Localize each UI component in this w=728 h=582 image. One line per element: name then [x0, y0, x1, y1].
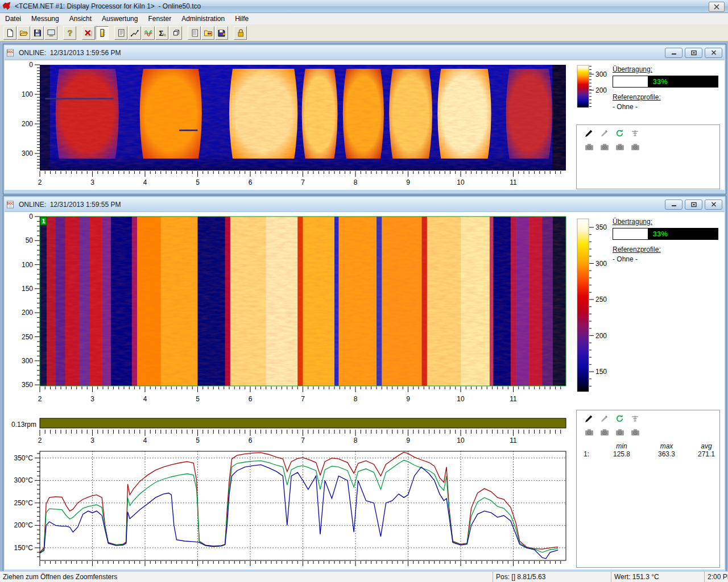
brush-black-icon[interactable] [584, 414, 594, 424]
statistics-button[interactable]: Σ [155, 26, 168, 40]
help-button[interactable]: ? [63, 26, 76, 40]
new-file-button[interactable] [3, 26, 16, 40]
camera-icon-3[interactable] [615, 142, 625, 152]
document-icon: DOC [6, 48, 15, 57]
lock-button[interactable] [234, 26, 247, 40]
svg-text:350: 350 [595, 223, 607, 231]
menu-item-datei[interactable]: Datei [0, 14, 26, 24]
report-button[interactable] [114, 26, 127, 40]
menu-item-fenster[interactable]: Fenster [143, 14, 176, 24]
camera-icon-4[interactable] [630, 142, 640, 152]
camera-icon-1[interactable] [584, 427, 594, 438]
profile-list-button[interactable] [188, 26, 201, 40]
title-bar[interactable]: <TCEM.NET #1: Display Processor for Kiln… [0, 0, 728, 13]
camera-icon-1[interactable] [584, 142, 594, 152]
load-profile-button[interactable] [201, 26, 214, 40]
abort-measurement-button[interactable] [82, 26, 95, 40]
online-window-2: DOC ONLINE: 12/31/2013 1:59:55 PM 050100… [3, 196, 726, 574]
stats-avg-value: 271.1 [689, 450, 723, 458]
svg-text:3: 3 [90, 436, 94, 444]
document-icon: DOC [6, 200, 15, 209]
save-profile-button[interactable] [215, 26, 228, 40]
menu-item-messung[interactable]: Messung [26, 14, 64, 24]
3d-view-button[interactable] [169, 26, 182, 40]
refresh-icon[interactable] [615, 414, 625, 424]
svg-text:7: 7 [301, 395, 305, 403]
thermal-plot-main[interactable]: 05010015020025030035012345678910110.13rp… [5, 212, 576, 569]
save-file-button[interactable] [31, 26, 44, 40]
child-title-bar-1[interactable]: DOC ONLINE: 12/31/2013 1:59:56 PM [5, 45, 725, 60]
svg-text:250: 250 [22, 333, 33, 341]
referenzprofile-value: - Ohne - [613, 255, 721, 263]
minimize-icon [671, 50, 677, 56]
svg-text:4: 4 [143, 178, 147, 186]
restore-button[interactable] [685, 199, 702, 210]
application-window: <TCEM.NET #1: Display Processor for Kiln… [0, 0, 728, 582]
svg-text:8: 8 [354, 436, 358, 444]
svg-text:8: 8 [354, 178, 358, 186]
svg-text:50: 50 [26, 236, 34, 244]
close-icon [710, 50, 717, 56]
profile-curves-button[interactable] [142, 26, 155, 40]
stats-min-value: 125.8 [599, 450, 644, 458]
svg-text:11: 11 [510, 395, 517, 403]
camera-icon-2[interactable] [599, 427, 610, 438]
svg-text:11: 11 [510, 436, 517, 444]
menu-bar: DateiMessungAnsichtAuswertungFensterAdmi… [0, 13, 728, 25]
trend-chart-button[interactable] [128, 26, 141, 40]
camera-icon-4[interactable] [630, 427, 640, 438]
svg-text:11: 11 [510, 178, 517, 186]
menu-item-auswertung[interactable]: Auswertung [97, 14, 143, 24]
progress-text: 33% [653, 230, 668, 238]
restore-button[interactable] [685, 48, 702, 58]
reference-tool-icon[interactable] [630, 414, 640, 424]
refresh-icon[interactable] [615, 128, 625, 139]
camera-icon-3[interactable] [615, 427, 625, 438]
brush-gray-icon[interactable] [599, 414, 610, 424]
svg-text:250°C: 250°C [14, 499, 34, 507]
brush-gray-icon[interactable] [599, 128, 610, 139]
svg-text:100: 100 [22, 261, 33, 269]
svg-text:350°C: 350°C [14, 454, 34, 462]
close-window-button[interactable] [705, 48, 722, 58]
svg-text:10: 10 [457, 178, 465, 186]
display-monitor-button[interactable] [44, 26, 57, 40]
svg-text:6: 6 [249, 178, 253, 186]
minimize-icon [671, 202, 677, 207]
camera-icon-2[interactable] [599, 142, 610, 152]
toolbar-separator [58, 26, 63, 40]
svg-text:2: 2 [38, 436, 42, 444]
thermal-scale-button[interactable] [96, 26, 109, 40]
close-button[interactable] [709, 2, 725, 12]
stats-header-avg: avg [689, 442, 723, 450]
uebertragung-label: Übertragung: [613, 218, 721, 226]
menu-item-ansicht[interactable]: Ansicht [64, 14, 97, 24]
svg-text:200°C: 200°C [14, 521, 34, 529]
transfer-progress-bar: 33% [613, 228, 718, 240]
statistics-table: min max avg 1: 125.8 363.3 271.1 [579, 442, 719, 458]
svg-text:DOC: DOC [7, 49, 14, 53]
right-panel-2: 350300250200150 Übertragung: 33% Referen… [576, 212, 721, 569]
svg-text:100: 100 [22, 90, 33, 98]
svg-text:5: 5 [196, 436, 200, 444]
reference-tool-icon[interactable] [630, 128, 640, 139]
brush-black-icon[interactable] [584, 128, 594, 139]
minimize-button[interactable] [665, 199, 682, 210]
online-window-1: DOC ONLINE: 12/31/2013 1:59:56 PM 010020… [3, 44, 726, 194]
progress-text: 33% [653, 77, 668, 86]
status-bar: Ziehen zum Öffnen des Zoomfensters Pos: … [0, 571, 728, 582]
svg-text:DOC: DOC [7, 201, 14, 205]
child-title-bar-2[interactable]: DOC ONLINE: 12/31/2013 1:59:55 PM [5, 197, 725, 212]
close-window-button[interactable] [705, 199, 722, 210]
right-panel-1: 300200 Übertragung: 33% Referenzprofile:… [576, 60, 721, 190]
menu-item-administration[interactable]: Administration [176, 14, 230, 24]
svg-text:5: 5 [196, 178, 200, 186]
status-message: Ziehen zum Öffnen des Zoomfensters [0, 572, 495, 582]
menu-item-hilfe[interactable]: Hilfe [230, 14, 254, 24]
thermal-plot-top[interactable]: 0100200300234567891011 [5, 60, 576, 190]
svg-text:?: ? [67, 28, 72, 38]
svg-text:7: 7 [301, 178, 305, 186]
svg-text:200: 200 [22, 309, 33, 317]
minimize-button[interactable] [665, 48, 682, 58]
open-file-button[interactable] [17, 26, 30, 40]
